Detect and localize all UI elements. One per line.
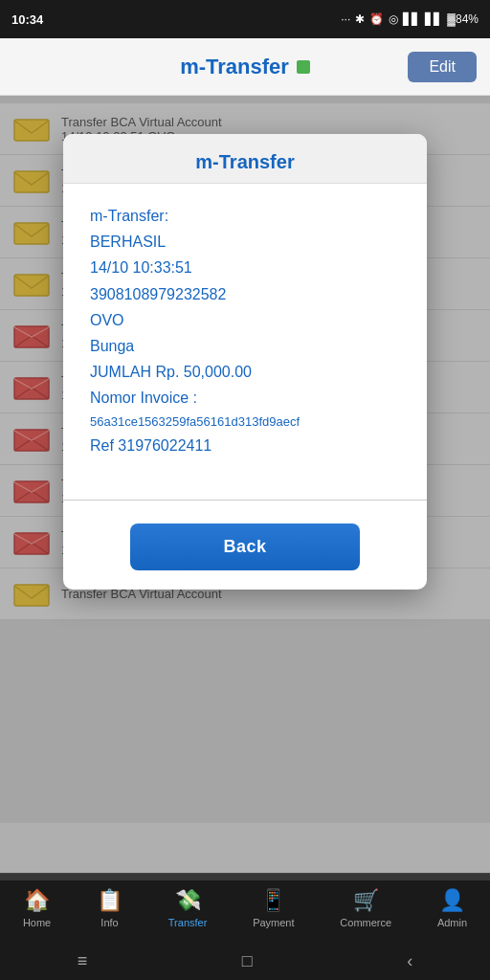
payment-icon: 📱	[260, 888, 286, 913]
modal-title: m-Transfer	[63, 151, 427, 173]
system-nav-bar: ≡ □ ‹	[0, 942, 490, 980]
nav-payment-label: Payment	[253, 917, 294, 928]
nav-commerce-label: Commerce	[340, 917, 391, 928]
modal-line-7: JUMLAH Rp. 50,000.00	[90, 359, 400, 385]
home-sys-icon[interactable]: □	[242, 951, 253, 971]
header-title: m-Transfer	[180, 55, 289, 79]
modal-line-8: Nomor Invoice :	[90, 385, 400, 411]
nav-info-label: Info	[100, 917, 118, 928]
modal-line-1: m-Transfer:	[90, 203, 400, 229]
nav-payment[interactable]: 📱 Payment	[253, 888, 294, 928]
modal-overlay: m-Transfer m-Transfer: BERHASIL 14/10 10…	[0, 96, 490, 880]
info-icon: 📋	[97, 888, 122, 913]
alarm-icon: ⏰	[369, 12, 384, 26]
nav-transfer-label: Transfer	[168, 917, 208, 928]
status-icons: ··· ✱ ⏰ ◎ ▋▋ ▋▋ ▓84%	[341, 12, 479, 26]
modal-line-5: OVO	[90, 307, 400, 333]
admin-icon: 👤	[439, 888, 465, 913]
transfer-icon: 💸	[175, 888, 201, 913]
app-header: m-Transfer Edit	[0, 38, 490, 96]
modal-dialog: m-Transfer m-Transfer: BERHASIL 14/10 10…	[63, 134, 427, 590]
menu-icon[interactable]: ≡	[78, 951, 88, 971]
battery-icon: ▓84%	[447, 12, 479, 26]
edit-button[interactable]: Edit	[408, 52, 477, 82]
nav-commerce[interactable]: 🛒 Commerce	[340, 888, 391, 928]
nav-admin[interactable]: 👤 Admin	[437, 888, 467, 928]
bluetooth-icon2: ✱	[355, 12, 365, 26]
bluetooth-icon: ···	[341, 12, 350, 26]
modal-line-6: Bunga	[90, 333, 400, 359]
status-bar: 10:34 ··· ✱ ⏰ ◎ ▋▋ ▋▋ ▓84%	[0, 0, 490, 38]
nav-info[interactable]: 📋 Info	[97, 888, 122, 928]
nav-home-label: Home	[23, 917, 51, 928]
modal-line-9: 56a31ce1563259fa56161d313fd9aecf	[90, 412, 400, 433]
back-button[interactable]: Back	[130, 523, 360, 570]
back-sys-icon[interactable]: ‹	[407, 951, 412, 971]
modal-divider	[63, 500, 427, 501]
modal-body: m-Transfer: BERHASIL 14/10 10:33:51 3908…	[63, 184, 427, 490]
nav-home[interactable]: 🏠 Home	[23, 888, 51, 928]
bottom-nav: 🏠 Home 📋 Info 💸 Transfer 📱 Payment 🛒 Com…	[0, 873, 490, 942]
status-time: 10:34	[11, 12, 43, 27]
nav-transfer[interactable]: 💸 Transfer	[168, 888, 208, 928]
modal-line-2: BERHASIL	[90, 229, 400, 255]
modal-line-3: 14/10 10:33:51	[90, 255, 400, 280]
signal-icon: ▋▋	[403, 12, 420, 26]
status-dot	[297, 60, 310, 74]
modal-header: m-Transfer	[63, 134, 427, 184]
wifi-icon: ◎	[389, 12, 398, 26]
modal-line-4: 3908108979232582	[90, 281, 400, 307]
nav-admin-label: Admin	[437, 917, 467, 928]
home-icon: 🏠	[24, 888, 50, 913]
commerce-icon: 🛒	[353, 888, 379, 913]
modal-line-10: Ref 31976022411	[90, 433, 400, 458]
modal-footer: Back	[63, 510, 427, 590]
signal-icon2: ▋▋	[425, 12, 442, 26]
